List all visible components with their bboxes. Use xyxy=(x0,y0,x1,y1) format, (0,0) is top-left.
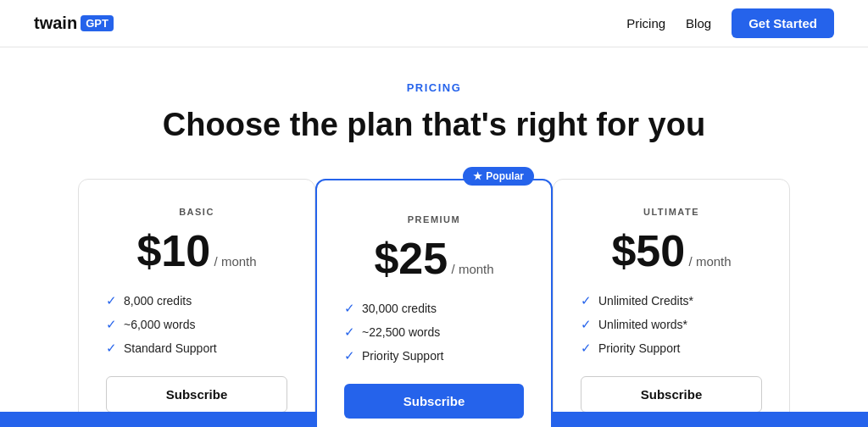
main-content: PRICING Choose the plan that's right for… xyxy=(0,47,868,427)
check-icon: ✓ xyxy=(106,293,117,308)
check-icon: ✓ xyxy=(344,348,355,363)
page-heading: Choose the plan that's right for you xyxy=(17,106,851,145)
check-icon: ✓ xyxy=(344,324,355,340)
features-ultimate: ✓ Unlimited Credits* ✓ Unlimited words* … xyxy=(581,293,762,356)
feature-ultimate-1: ✓ Unlimited words* xyxy=(581,317,762,332)
check-icon: ✓ xyxy=(106,317,117,332)
nav-link-pricing[interactable]: Pricing xyxy=(626,16,665,30)
price-amount-premium: $25 xyxy=(374,234,448,283)
plan-card-ultimate: ULTIMATE $50 / month ✓ Unlimited Credits… xyxy=(553,179,790,427)
plan-name-ultimate: ULTIMATE xyxy=(581,207,762,217)
feature-ultimate-0: ✓ Unlimited Credits* xyxy=(581,293,762,308)
plan-name-basic: BASIC xyxy=(106,207,287,217)
plan-name-premium: PREMIUM xyxy=(344,214,524,225)
price-per-basic: / month xyxy=(214,254,257,269)
price-per-ultimate: / month xyxy=(689,254,732,269)
feature-premium-1: ✓ ~22,500 words xyxy=(344,324,524,340)
check-icon: ✓ xyxy=(581,341,592,356)
feature-basic-0: ✓ 8,000 credits xyxy=(106,293,287,308)
logo: twain GPT xyxy=(34,14,114,33)
check-icon: ✓ xyxy=(106,341,117,356)
pricing-cards: BASIC $10 / month ✓ 8,000 credits ✓ ~6,0… xyxy=(53,179,815,427)
popular-badge: ★ Popular xyxy=(463,167,534,186)
star-icon: ★ xyxy=(473,170,482,182)
features-basic: ✓ 8,000 credits ✓ ~6,000 words ✓ Standar… xyxy=(106,293,287,356)
price-basic: $10 / month xyxy=(106,229,287,273)
logo-text: twain xyxy=(34,14,77,33)
subscribe-button-premium[interactable]: Subscribe xyxy=(344,384,524,419)
logo-badge: GPT xyxy=(81,15,114,31)
section-label: PRICING xyxy=(17,81,851,94)
check-icon: ✓ xyxy=(344,301,355,316)
feature-basic-1: ✓ ~6,000 words xyxy=(106,317,287,332)
features-premium: ✓ 30,000 credits ✓ ~22,500 words ✓ Prior… xyxy=(344,301,524,363)
plan-card-basic: BASIC $10 / month ✓ 8,000 credits ✓ ~6,0… xyxy=(78,179,315,427)
plan-card-premium: ★ Popular PREMIUM $25 / month ✓ 30,000 c… xyxy=(315,179,553,427)
subscribe-button-ultimate[interactable]: Subscribe xyxy=(581,376,762,413)
navbar: twain GPT Pricing Blog Get Started xyxy=(0,0,868,47)
feature-basic-2: ✓ Standard Support xyxy=(106,341,287,356)
check-icon: ✓ xyxy=(581,293,592,308)
price-amount-basic: $10 xyxy=(136,226,210,275)
price-premium: $25 / month xyxy=(344,236,524,280)
subscribe-button-basic[interactable]: Subscribe xyxy=(106,376,287,413)
feature-premium-2: ✓ Priority Support xyxy=(344,348,524,363)
feature-premium-0: ✓ 30,000 credits xyxy=(344,301,524,316)
get-started-button[interactable]: Get Started xyxy=(732,8,834,38)
feature-ultimate-2: ✓ Priority Support xyxy=(581,341,762,356)
price-amount-ultimate: $50 xyxy=(611,226,685,275)
nav-links: Pricing Blog Get Started xyxy=(626,8,834,38)
nav-link-blog[interactable]: Blog xyxy=(686,16,711,30)
price-per-premium: / month xyxy=(452,262,494,276)
check-icon: ✓ xyxy=(581,317,592,332)
price-ultimate: $50 / month xyxy=(581,229,762,273)
